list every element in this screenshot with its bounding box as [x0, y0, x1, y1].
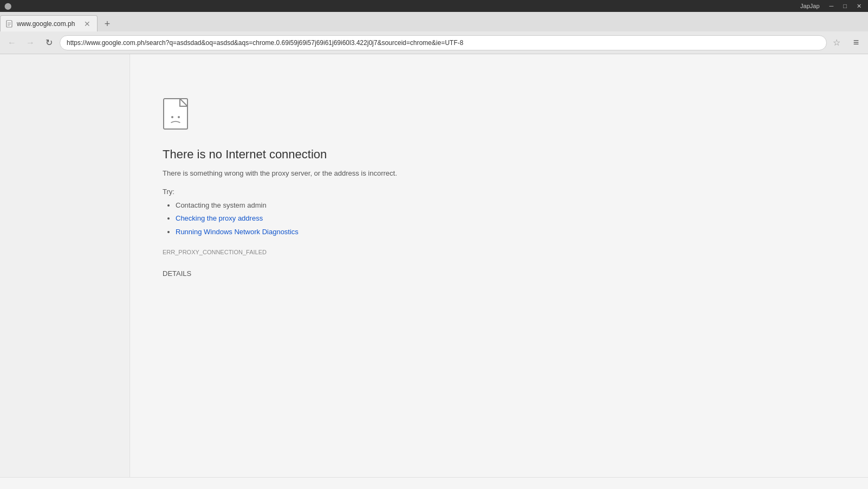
- user-label: JapJap: [796, 3, 824, 9]
- list-item: Contacting the system admin: [176, 200, 397, 211]
- error-title: There is no Internet connection: [163, 147, 397, 162]
- tab-bar: www.google.com.ph ✕ +: [0, 12, 868, 31]
- main-error-area: There is no Internet connection There is…: [130, 54, 868, 477]
- window-controls: JapJap ─ □ ✕: [796, 2, 866, 10]
- tab-title: www.google.com.ph: [17, 20, 80, 28]
- error-description: There is something wrong with the proxy …: [163, 168, 397, 179]
- address-bar-area: ← → ↻ https://www.google.com.ph/search?q…: [0, 31, 868, 54]
- windows-diagnostics-link[interactable]: Running Windows Network Diagnostics: [176, 228, 299, 236]
- svg-point-5: [171, 116, 173, 118]
- suggestion-list: Contacting the system admin Checking the…: [163, 200, 397, 238]
- active-tab[interactable]: www.google.com.ph ✕: [0, 15, 98, 31]
- chrome-menu-button[interactable]: ≡: [848, 35, 864, 50]
- new-tab-button[interactable]: +: [100, 16, 115, 31]
- maximize-button[interactable]: □: [839, 2, 851, 10]
- forward-button[interactable]: →: [23, 35, 38, 50]
- address-bar[interactable]: https://www.google.com.ph/search?q=asdsd…: [60, 35, 827, 50]
- list-item: Running Windows Network Diagnostics: [176, 227, 397, 238]
- sidebar: [0, 54, 130, 477]
- minimize-button[interactable]: ─: [825, 2, 838, 10]
- tab-favicon-icon: [6, 20, 14, 28]
- forward-icon: →: [26, 38, 35, 48]
- error-icon: [163, 98, 193, 132]
- svg-point-6: [178, 116, 180, 118]
- status-bar: [0, 477, 868, 489]
- menu-icon: ≡: [853, 37, 859, 48]
- title-bar-left: ⬤: [2, 2, 11, 10]
- reload-button[interactable]: ↻: [41, 35, 56, 50]
- reload-icon: ↻: [46, 37, 53, 48]
- url-text: https://www.google.com.ph/search?q=asdsd…: [67, 39, 463, 47]
- page-content: There is no Internet connection There is…: [0, 54, 868, 477]
- tab-close-button[interactable]: ✕: [83, 20, 92, 28]
- details-button[interactable]: DETAILS: [163, 269, 191, 278]
- try-label: Try:: [163, 188, 397, 196]
- suggestion-text-1: Contacting the system admin: [176, 201, 267, 209]
- error-code: ERR_PROXY_CONNECTION_FAILED: [163, 249, 397, 255]
- bookmark-star-icon[interactable]: ☆: [830, 36, 843, 49]
- back-icon: ←: [8, 38, 16, 48]
- list-item: Checking the proxy address: [176, 213, 397, 224]
- error-container: There is no Internet connection There is…: [163, 98, 397, 278]
- back-button[interactable]: ←: [4, 35, 20, 50]
- title-bar: ⬤ JapJap ─ □ ✕: [0, 0, 868, 12]
- close-button[interactable]: ✕: [852, 2, 866, 10]
- checking-proxy-link[interactable]: Checking the proxy address: [176, 214, 263, 222]
